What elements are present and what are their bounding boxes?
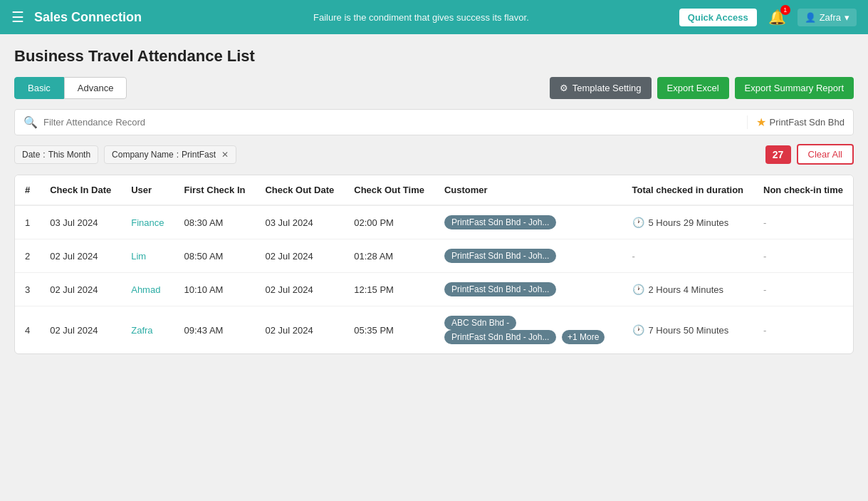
cell-customer: PrintFast Sdn Bhd - Joh... (434, 205, 622, 239)
filter-colon2: : (177, 150, 179, 160)
notification-area: 🔔 1 (768, 9, 786, 26)
table-row: 3 02 Jul 2024 Ahmad 10:10 AM 02 Jul 2024… (15, 273, 853, 306)
date-filter-value: This Month (48, 150, 90, 160)
table-header: # Check In Date User First Check In Chec… (15, 175, 853, 205)
tab-basic[interactable]: Basic (14, 77, 64, 99)
toolbar-right: ⚙ Template Setting Export Excel Export S… (550, 77, 854, 99)
cell-check-in-date: 02 Jul 2024 (40, 306, 121, 354)
attendance-table-container: # Check In Date User First Check In Chec… (14, 175, 854, 354)
col-customer: Customer (434, 175, 622, 205)
customer-chip: PrintFast Sdn Bhd - Joh... (444, 249, 556, 263)
export-summary-button[interactable]: Export Summary Report (735, 77, 854, 99)
attendance-table: # Check In Date User First Check In Chec… (15, 175, 853, 353)
cell-first-check-in: 08:50 AM (174, 239, 255, 273)
cell-customer: ABC Sdn Bhd - PrintFast Sdn Bhd - Joh...… (434, 306, 622, 354)
cell-user: Lim (121, 239, 174, 273)
search-input[interactable] (43, 110, 747, 135)
company-quick-access: ★ PrintFast Sdn Bhd (747, 115, 845, 129)
user-menu-button[interactable]: 👤 Zafra ▾ (798, 9, 857, 26)
cell-duration: 🕐 5 Hours 29 Minutes (622, 205, 754, 239)
brand-logo: Sales Connection (34, 10, 142, 25)
table-row: 4 02 Jul 2024 Zafra 09:43 AM 02 Jul 2024… (15, 306, 853, 354)
user-link[interactable]: Finance (131, 217, 164, 228)
company-filter-value: PrintFast (182, 150, 216, 160)
col-duration: Total checked in duration (622, 175, 754, 205)
date-filter-tag: Date : This Month (14, 145, 98, 164)
cell-num: 1 (15, 205, 40, 239)
cell-non-check-in: - (753, 205, 853, 239)
chevron-down-icon: ▾ (845, 12, 849, 23)
cell-customer: PrintFast Sdn Bhd - Joh... (434, 239, 622, 273)
customer-chip: PrintFast Sdn Bhd - Joh... (444, 330, 556, 344)
col-check-out-time: Check Out Time (344, 175, 434, 205)
user-avatar-icon: 👤 (805, 12, 816, 23)
gear-icon: ⚙ (560, 83, 568, 93)
tab-group: Basic Advance (14, 77, 127, 99)
col-num: # (15, 175, 40, 205)
filter-colon: : (43, 150, 45, 160)
quick-access-button[interactable]: Quick Access (679, 9, 757, 26)
notification-badge: 1 (780, 5, 790, 15)
table-body: 1 03 Jul 2024 Finance 08:30 AM 03 Jul 20… (15, 205, 853, 353)
filter-tags: Date : This Month Company Name : PrintFa… (14, 145, 236, 164)
hamburger-icon[interactable]: ☰ (11, 9, 24, 26)
cell-duration: 🕐 2 Hours 4 Minutes (622, 273, 754, 306)
cell-check-out-date: 02 Jul 2024 (255, 273, 344, 306)
template-setting-label: Template Setting (572, 83, 642, 93)
cell-first-check-in: 10:10 AM (174, 273, 255, 306)
tab-advance[interactable]: Advance (64, 77, 127, 99)
cell-check-out-time: 12:15 PM (344, 273, 434, 306)
cell-non-check-in: - (753, 239, 853, 273)
export-excel-button[interactable]: Export Excel (657, 77, 729, 99)
customer-chip: PrintFast Sdn Bhd - Joh... (444, 282, 556, 296)
duration-value: 5 Hours 29 Minutes (649, 217, 729, 228)
company-filter-tag: Company Name : PrintFast ✕ (104, 145, 236, 164)
cell-first-check-in: 08:30 AM (174, 205, 255, 239)
cell-check-in-date: 02 Jul 2024 (40, 273, 121, 306)
cell-first-check-in: 09:43 AM (174, 306, 255, 354)
cell-non-check-in: - (753, 273, 853, 306)
cell-num: 4 (15, 306, 40, 354)
cell-check-in-date: 03 Jul 2024 (40, 205, 121, 239)
duration-value: 7 Hours 50 Minutes (649, 325, 729, 336)
cell-duration: - (622, 239, 754, 273)
template-setting-button[interactable]: ⚙ Template Setting (550, 77, 652, 99)
col-check-out-date: Check Out Date (255, 175, 344, 205)
filter-row: Date : This Month Company Name : PrintFa… (14, 144, 854, 165)
cell-num: 2 (15, 239, 40, 273)
clock-icon: 🕐 (632, 217, 644, 228)
cell-user: Zafra (121, 306, 174, 354)
cell-check-out-time: 01:28 AM (344, 239, 434, 273)
main-content: Business Travel Attendance List Basic Ad… (0, 34, 868, 367)
user-link[interactable]: Zafra (131, 325, 152, 336)
search-icon: 🔍 (23, 115, 38, 129)
more-customers-button[interactable]: +1 More (562, 330, 605, 344)
col-non-check-in: Non check-in time (753, 175, 853, 205)
table-scroll[interactable]: # Check In Date User First Check In Chec… (15, 175, 853, 353)
user-link[interactable]: Lim (131, 251, 146, 262)
cell-check-out-date: 02 Jul 2024 (255, 239, 344, 273)
cell-check-out-time: 05:35 PM (344, 306, 434, 354)
col-user: User (121, 175, 174, 205)
clock-icon: 🕐 (632, 324, 644, 336)
cell-check-out-time: 02:00 PM (344, 205, 434, 239)
cell-num: 3 (15, 273, 40, 306)
table-row: 1 03 Jul 2024 Finance 08:30 AM 03 Jul 20… (15, 205, 853, 239)
cell-check-out-date: 02 Jul 2024 (255, 306, 344, 354)
company-name-label: PrintFast Sdn Bhd (770, 117, 845, 128)
col-first-check-in: First Check In (174, 175, 255, 205)
company-filter-label: Company Name (112, 150, 174, 160)
user-link[interactable]: Ahmad (131, 284, 160, 295)
clock-icon: 🕐 (632, 284, 644, 295)
clear-all-button[interactable]: Clear All (797, 144, 854, 165)
company-filter-remove[interactable]: ✕ (221, 150, 229, 160)
search-bar: 🔍 ★ PrintFast Sdn Bhd (14, 109, 854, 135)
user-name-label: Zafra (820, 12, 841, 23)
cell-user: Finance (121, 205, 174, 239)
result-count-badge: 27 (765, 145, 791, 164)
filter-right: 27 Clear All (765, 144, 854, 165)
col-check-in-date: Check In Date (40, 175, 121, 205)
cell-check-in-date: 02 Jul 2024 (40, 239, 121, 273)
tagline: Failure is the condiment that gives succ… (163, 12, 679, 23)
toolbar: Basic Advance ⚙ Template Setting Export … (14, 77, 854, 99)
